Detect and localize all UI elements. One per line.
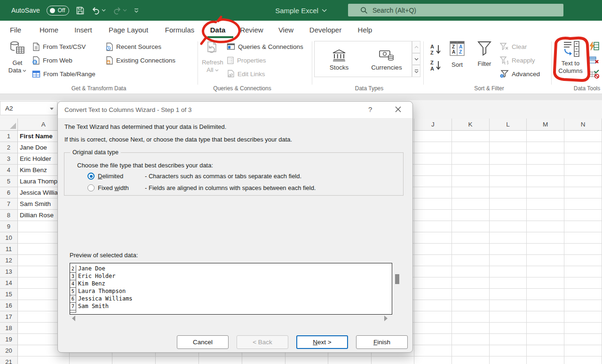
cell-K17[interactable] <box>452 311 490 323</box>
cell-D21[interactable] <box>156 356 199 364</box>
cell-M9[interactable] <box>527 221 564 232</box>
column-header-J[interactable]: J <box>414 119 452 131</box>
tab-file[interactable]: File <box>10 21 21 39</box>
cell-J19[interactable] <box>414 334 452 345</box>
cell-N21[interactable] <box>564 356 602 364</box>
cell-N2[interactable] <box>564 142 602 153</box>
cell-L21[interactable] <box>490 356 527 364</box>
cell-H21[interactable] <box>328 356 372 364</box>
tab-view[interactable]: View <box>278 21 293 39</box>
cell-N3[interactable] <box>564 153 602 165</box>
flash-fill-button[interactable] <box>589 41 599 53</box>
sort-descending-button[interactable]: Z A <box>430 59 442 73</box>
dialog-close-button[interactable] <box>395 106 403 114</box>
cell-L11[interactable] <box>490 244 527 255</box>
row-header-8[interactable]: 8 <box>0 210 18 221</box>
finish-button[interactable]: Finish <box>356 335 408 349</box>
cell-L1[interactable] <box>490 131 527 142</box>
cell-M4[interactable] <box>527 165 564 176</box>
text-to-columns-button[interactable]: Text to Columns <box>555 40 586 75</box>
cell-J1[interactable] <box>414 131 452 142</box>
cell-N20[interactable] <box>564 345 602 356</box>
cell-K11[interactable] <box>452 244 490 255</box>
cell-J4[interactable] <box>414 165 452 176</box>
cell-J6[interactable] <box>414 187 452 198</box>
sort-button[interactable]: Z A A Z Sort <box>446 40 468 69</box>
dialog-title-bar[interactable]: Convert Text to Columns Wizard - Step 1 … <box>58 102 412 118</box>
cell-K1[interactable] <box>452 131 490 142</box>
cell-N12[interactable] <box>564 255 602 266</box>
cell-C21[interactable] <box>112 356 156 364</box>
cell-K4[interactable] <box>452 165 490 176</box>
row-header-4[interactable]: 4 <box>0 165 18 176</box>
search-input[interactable]: Search (Alt+Q) <box>348 4 563 16</box>
cell-M2[interactable] <box>527 142 564 153</box>
column-header-K[interactable]: K <box>452 119 490 131</box>
cell-J15[interactable] <box>414 289 452 300</box>
cell-M15[interactable] <box>527 289 564 300</box>
cell-M21[interactable] <box>527 356 564 364</box>
cell-K12[interactable] <box>452 255 490 266</box>
from-web-button[interactable]: From Web <box>32 55 72 66</box>
row-header-6[interactable]: 6 <box>0 187 18 198</box>
cell-N4[interactable] <box>564 165 602 176</box>
cell-L6[interactable] <box>490 187 527 198</box>
cell-M12[interactable] <box>527 255 564 266</box>
cell-L20[interactable] <box>490 345 527 356</box>
dialog-help-button[interactable]: ? <box>368 105 372 113</box>
cell-J3[interactable] <box>414 153 452 165</box>
queries-connections-button[interactable]: Queries & Connections <box>227 41 303 52</box>
cell-K20[interactable] <box>452 345 490 356</box>
existing-connections-button[interactable]: Existing Connections <box>105 55 175 66</box>
cell-L2[interactable] <box>490 142 527 153</box>
undo-button[interactable] <box>91 6 106 15</box>
document-title[interactable]: Sample Excel <box>275 0 327 21</box>
cell-J10[interactable] <box>414 232 452 244</box>
gallery-scroll-down-button[interactable] <box>412 53 420 65</box>
cell-J20[interactable] <box>414 345 452 356</box>
row-header-1[interactable]: 1 <box>0 131 18 142</box>
cell-L18[interactable] <box>490 323 527 334</box>
cell-J11[interactable] <box>414 244 452 255</box>
cell-J9[interactable] <box>414 221 452 232</box>
cell-G21[interactable] <box>285 356 329 364</box>
save-icon[interactable] <box>76 6 85 15</box>
cell-M5[interactable] <box>527 176 564 187</box>
next-button[interactable]: Next > <box>296 335 348 349</box>
cell-M1[interactable] <box>527 131 564 142</box>
cell-M11[interactable] <box>527 244 564 255</box>
cell-L5[interactable] <box>490 176 527 187</box>
tab-help[interactable]: Help <box>358 21 372 39</box>
cell-K19[interactable] <box>452 334 490 345</box>
cell-E21[interactable] <box>199 356 242 364</box>
cell-L7[interactable] <box>490 198 527 210</box>
cell-L16[interactable] <box>490 300 527 311</box>
tab-developer[interactable]: Developer <box>309 21 341 39</box>
cell-J2[interactable] <box>414 142 452 153</box>
get-data-button[interactable]: Get Data <box>4 40 31 74</box>
cell-L8[interactable] <box>490 210 527 221</box>
row-header-12[interactable]: 12 <box>0 255 18 266</box>
row-header-20[interactable]: 20 <box>0 345 18 356</box>
cell-M13[interactable] <box>527 266 564 277</box>
cell-L4[interactable] <box>490 165 527 176</box>
cell-L9[interactable] <box>490 221 527 232</box>
gallery-more-button[interactable] <box>412 65 420 77</box>
fixed-width-radio-row[interactable]: Fixed width - Fields are aligned in colu… <box>87 184 316 191</box>
cell-M14[interactable] <box>527 277 564 289</box>
row-header-3[interactable]: 3 <box>0 153 18 165</box>
cell-N17[interactable] <box>564 311 602 323</box>
cell-K10[interactable] <box>452 232 490 244</box>
cell-K5[interactable] <box>452 176 490 187</box>
cell-J12[interactable] <box>414 255 452 266</box>
cell-N8[interactable] <box>564 210 602 221</box>
cell-K21[interactable] <box>452 356 490 364</box>
cell-J18[interactable] <box>414 323 452 334</box>
cancel-button[interactable]: Cancel <box>177 335 229 349</box>
cell-B21[interactable] <box>70 356 113 364</box>
row-header-11[interactable]: 11 <box>0 244 18 255</box>
cell-L10[interactable] <box>490 232 527 244</box>
name-box-dropdown-icon[interactable] <box>50 108 54 110</box>
cell-L3[interactable] <box>490 153 527 165</box>
fixed-width-radio[interactable] <box>87 184 95 191</box>
